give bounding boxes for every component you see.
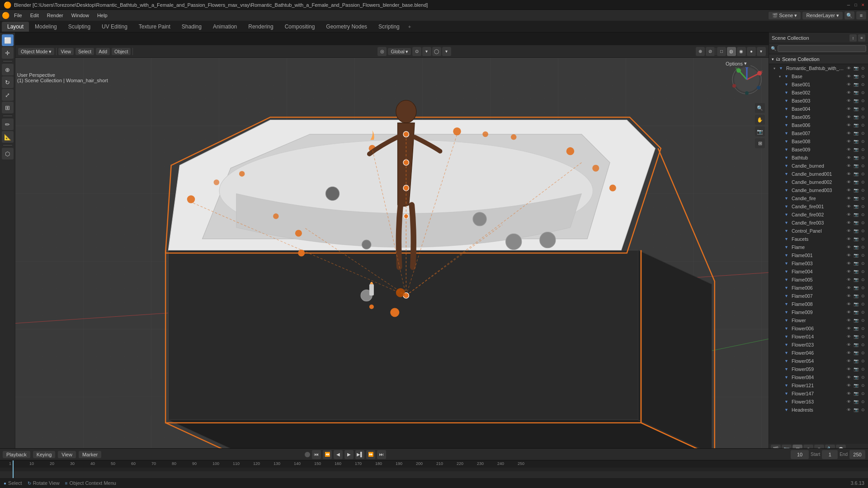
material-shade-btn[interactable]: ◉ xyxy=(737,47,746,56)
render-toggle[interactable]: ⊙ xyxy=(860,203,866,210)
object-menu[interactable]: Object xyxy=(112,48,131,55)
viewport-toggle[interactable]: 📷 xyxy=(853,122,859,128)
menu-file[interactable]: File xyxy=(10,12,26,19)
visibility-toggle[interactable]: 👁 xyxy=(845,236,852,242)
scene-collection-header[interactable]: ▾ 🗂 Scene Collection xyxy=(769,54,868,64)
view-menu-tl[interactable]: View xyxy=(58,451,76,458)
viewport-toggle[interactable]: 📷 xyxy=(853,382,859,389)
outliner-item[interactable]: ▼Flame006👁📷⊙ xyxy=(769,284,868,292)
render-toggle[interactable]: ⊙ xyxy=(860,106,866,112)
visibility-toggle[interactable]: 👁 xyxy=(845,98,852,104)
wireframe-shade-btn[interactable]: □ xyxy=(717,47,726,56)
render-toggle[interactable]: ⊙ xyxy=(860,277,866,283)
transform-space-dropdown[interactable]: Global ▾ xyxy=(388,48,410,55)
render-toggle[interactable]: ⊙ xyxy=(860,65,866,71)
viewport-toggle[interactable]: 📷 xyxy=(853,333,859,340)
outliner-filter-btn[interactable]: ≡ xyxy=(858,34,865,42)
workspace-tab-rendering[interactable]: Rendering xyxy=(243,22,278,32)
tool-transform[interactable]: ⊞ xyxy=(2,102,14,113)
viewport-toggle[interactable]: 📷 xyxy=(853,350,859,356)
viewport-toggle[interactable]: 📷 xyxy=(853,130,859,136)
outliner-item[interactable]: ▼Flower👁📷⊙ xyxy=(769,316,868,324)
menu-edit[interactable]: Edit xyxy=(27,12,42,19)
render-toggle[interactable]: ⊙ xyxy=(860,130,866,136)
render-toggle[interactable]: ⊙ xyxy=(860,155,866,161)
viewport-toggle[interactable]: 📷 xyxy=(853,374,859,380)
outliner-item[interactable]: ▼Flower046👁📷⊙ xyxy=(769,349,868,357)
viewport-toggle[interactable]: 📷 xyxy=(853,236,859,242)
viewport-toggle[interactable]: 📷 xyxy=(853,244,859,250)
menu-render[interactable]: Render xyxy=(43,12,67,19)
viewport-toggle[interactable]: 📷 xyxy=(853,293,859,299)
render-toggle[interactable]: ⊙ xyxy=(860,333,866,340)
render-toggle[interactable]: ⊙ xyxy=(860,268,866,275)
render-toggle[interactable]: ⊙ xyxy=(860,179,866,185)
minimize-button[interactable]: ─ xyxy=(845,2,852,8)
outliner-item[interactable]: ▼Candle_fire003👁📷⊙ xyxy=(769,219,868,227)
visibility-toggle[interactable]: 👁 xyxy=(845,374,852,380)
render-toggle[interactable]: ⊙ xyxy=(860,81,866,88)
outliner-item[interactable]: ▼Flower084👁📷⊙ xyxy=(769,373,868,381)
viewport-toggle[interactable]: 📷 xyxy=(853,65,859,71)
viewport-toggle[interactable]: 📷 xyxy=(853,220,859,226)
viewport-toggle[interactable]: 📷 xyxy=(853,366,859,372)
render-toggle[interactable]: ⊙ xyxy=(860,89,866,96)
viewport-toggle[interactable]: 📷 xyxy=(853,260,859,267)
menu-window[interactable]: Window xyxy=(68,12,93,19)
workspace-tab-geometry-nodes[interactable]: Geometry Nodes xyxy=(321,22,373,32)
visibility-toggle[interactable]: 👁 xyxy=(845,138,852,145)
render-toggle[interactable]: ⊙ xyxy=(860,407,866,413)
view-menu[interactable]: View xyxy=(58,48,74,55)
render-toggle[interactable]: ⊙ xyxy=(860,98,866,104)
viewport-toggle[interactable]: 📷 xyxy=(853,358,859,364)
render-toggle[interactable]: ⊙ xyxy=(860,358,866,364)
step-back-btn[interactable]: ◀ xyxy=(334,450,343,459)
viewport-toggle[interactable]: 📷 xyxy=(853,390,859,397)
solid-shade-btn[interactable]: ◍ xyxy=(727,47,736,56)
visibility-toggle[interactable]: 👁 xyxy=(845,325,852,332)
outliner-item[interactable]: ▼Base004👁📷⊙ xyxy=(769,105,868,113)
options-button[interactable]: Options ▾ xyxy=(722,60,750,67)
tool-add-primitive[interactable]: ⬡ xyxy=(2,148,14,160)
render-toggle[interactable]: ⊙ xyxy=(860,382,866,389)
render-toggle[interactable]: ⊙ xyxy=(860,73,866,80)
visibility-toggle[interactable]: 👁 xyxy=(845,81,852,88)
viewport-toggle[interactable]: 📷 xyxy=(853,138,859,145)
viewport-toggle[interactable]: 📷 xyxy=(853,114,859,120)
overlay-toggle[interactable]: ⊕ xyxy=(696,47,705,56)
visibility-toggle[interactable]: 👁 xyxy=(845,130,852,136)
viewport-toggle[interactable]: 📷 xyxy=(853,81,859,88)
maximize-button[interactable]: □ xyxy=(853,2,859,8)
outliner-item[interactable]: ▼Base003👁📷⊙ xyxy=(769,97,868,105)
item-expand-arrow[interactable]: ▾ xyxy=(779,75,783,79)
outliner-item[interactable]: ▼Candle_burned👁📷⊙ xyxy=(769,162,868,170)
current-frame-input[interactable]: 10 xyxy=(791,450,809,459)
search-button[interactable]: 🔍 xyxy=(844,11,854,19)
visibility-toggle[interactable]: 👁 xyxy=(845,244,852,250)
workspace-add-button[interactable]: + xyxy=(406,23,414,30)
outliner-item[interactable]: ▼Faucets👁📷⊙ xyxy=(769,235,868,243)
workspace-tab-animation[interactable]: Animation xyxy=(208,22,242,32)
outliner-item[interactable]: ▼Base008👁📷⊙ xyxy=(769,137,868,145)
blender-icon[interactable]: 🟠 xyxy=(2,12,9,19)
viewport-toggle[interactable]: 📷 xyxy=(853,89,859,96)
render-toggle[interactable]: ⊙ xyxy=(860,309,866,315)
outliner-item[interactable]: ▼Flower054👁📷⊙ xyxy=(769,357,868,365)
viewport-toggle[interactable]: 📷 xyxy=(853,252,859,258)
outliner-item[interactable]: ▼Flower014👁📷⊙ xyxy=(769,333,868,341)
visibility-toggle[interactable]: 👁 xyxy=(845,106,852,112)
render-toggle[interactable]: ⊙ xyxy=(860,163,866,169)
outliner-item[interactable]: ▼Flower059👁📷⊙ xyxy=(769,365,868,373)
tool-move[interactable]: ⊕ xyxy=(2,64,14,75)
visibility-toggle[interactable]: 👁 xyxy=(845,285,852,291)
render-toggle[interactable]: ⊙ xyxy=(860,350,866,356)
visibility-toggle[interactable]: 👁 xyxy=(845,399,852,405)
outliner-item[interactable]: ▼Flame009👁📷⊙ xyxy=(769,308,868,316)
tool-scale[interactable]: ⤢ xyxy=(2,89,14,101)
outliner-item[interactable]: ▼Flower006👁📷⊙ xyxy=(769,324,868,333)
viewport-toggle[interactable]: 📷 xyxy=(853,301,859,307)
visibility-toggle[interactable]: 👁 xyxy=(845,65,852,71)
viewport-toggle[interactable]: 📷 xyxy=(853,277,859,283)
viewport-toggle[interactable]: 📷 xyxy=(853,342,859,348)
item-expand-arrow[interactable]: ▾ xyxy=(774,66,778,70)
